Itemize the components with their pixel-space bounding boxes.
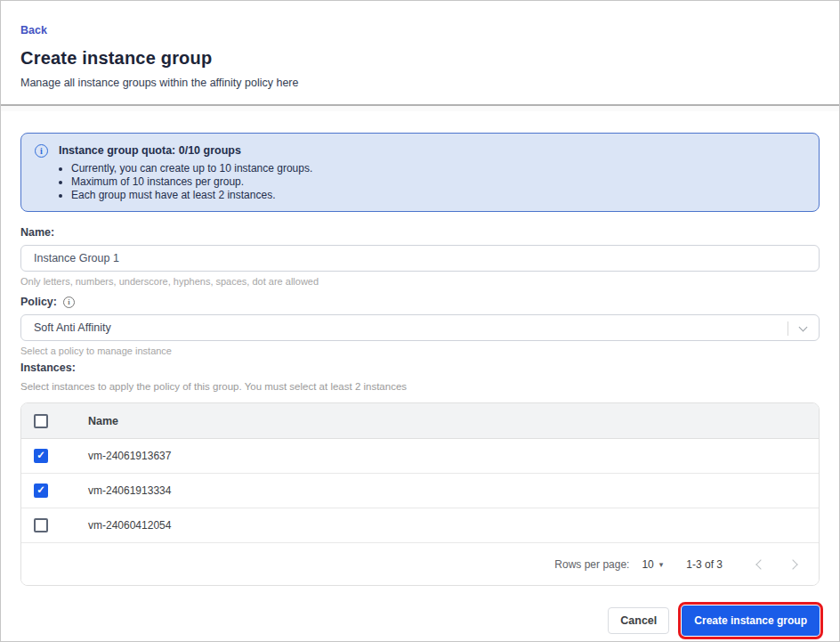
policy-select-value: Soft Anti Affinity <box>34 321 111 334</box>
alert-bullet: Currently, you can create up to 10 insta… <box>71 162 804 175</box>
policy-select[interactable]: Soft Anti Affinity <box>20 314 820 341</box>
form-content: i Instance group quota: 0/10 groups Curr… <box>1 111 839 636</box>
select-all-checkbox[interactable] <box>34 414 48 428</box>
instance-name: vm-24061913334 <box>88 484 819 497</box>
instance-name: vm-24060412054 <box>88 519 819 532</box>
form-footer: Cancel Create instance group <box>20 605 820 636</box>
page-header: Back Create instance group Manage all in… <box>1 1 839 104</box>
rows-per-page-label: Rows per page: <box>554 558 629 571</box>
instances-label: Instances: <box>20 362 820 374</box>
name-column-header: Name <box>88 415 819 427</box>
row-checkbox-cell <box>21 484 88 498</box>
table-header-row: Name <box>21 403 819 439</box>
policy-label-row: Policy: i <box>20 296 820 308</box>
row-checkbox[interactable] <box>34 518 48 532</box>
policy-label: Policy: <box>20 296 57 308</box>
create-instance-group-page: Back Create instance group Manage all in… <box>0 0 840 642</box>
info-icon: i <box>35 144 48 158</box>
row-checkbox-cell <box>21 449 88 463</box>
table-row[interactable]: vm-24060412054 <box>21 508 819 543</box>
table-pagination: Rows per page: 10 ▾ 1-3 of 3 <box>21 543 819 585</box>
chevron-down-icon[interactable] <box>799 323 808 332</box>
create-instance-group-button[interactable]: Create instance group <box>682 605 820 636</box>
table-row[interactable]: vm-24061913637 <box>21 439 819 474</box>
back-link[interactable]: Back <box>20 24 47 37</box>
info-icon[interactable]: i <box>63 297 75 308</box>
next-page-button[interactable] <box>783 555 803 574</box>
alert-bullet: Each group must have at least 2 instance… <box>71 189 804 202</box>
caret-down-icon: ▾ <box>659 560 664 569</box>
policy-helper-text: Select a policy to manage instance <box>20 345 820 356</box>
name-input[interactable] <box>20 245 820 272</box>
row-checkbox-cell <box>21 518 88 532</box>
alert-title: Instance group quota: 0/10 groups <box>59 144 804 157</box>
alert-bullet-list: Currently, you can create up to 10 insta… <box>71 162 804 202</box>
rows-per-page-value: 10 <box>642 558 653 571</box>
instances-table: Name vm-24061913637 vm-24061913334 vm-24… <box>20 402 820 586</box>
alert-bullet: Maximum of 10 instances per group. <box>71 175 804 189</box>
pagination-range: 1-3 of 3 <box>686 558 723 571</box>
name-helper-text: Only letters, numbers, underscore, hyphe… <box>20 276 820 287</box>
instance-name: vm-24061913637 <box>88 450 819 462</box>
chevron-right-icon <box>788 559 797 569</box>
table-row[interactable]: vm-24061913334 <box>21 474 819 508</box>
rows-per-page-select[interactable]: 10 ▾ <box>642 558 663 571</box>
header-checkbox-cell <box>21 414 88 428</box>
instances-helper-text: Select instances to apply the policy of … <box>20 381 820 392</box>
row-checkbox[interactable] <box>34 449 48 463</box>
quota-info-alert: i Instance group quota: 0/10 groups Curr… <box>20 133 820 212</box>
row-checkbox[interactable] <box>34 484 48 498</box>
name-label: Name: <box>20 226 820 239</box>
page-title: Create instance group <box>20 48 820 69</box>
page-subtitle: Manage all instance groups within the af… <box>20 77 820 89</box>
chevron-left-icon <box>755 559 765 569</box>
cancel-button[interactable]: Cancel <box>608 607 669 634</box>
select-separator <box>788 321 788 336</box>
previous-page-button[interactable] <box>751 555 771 574</box>
